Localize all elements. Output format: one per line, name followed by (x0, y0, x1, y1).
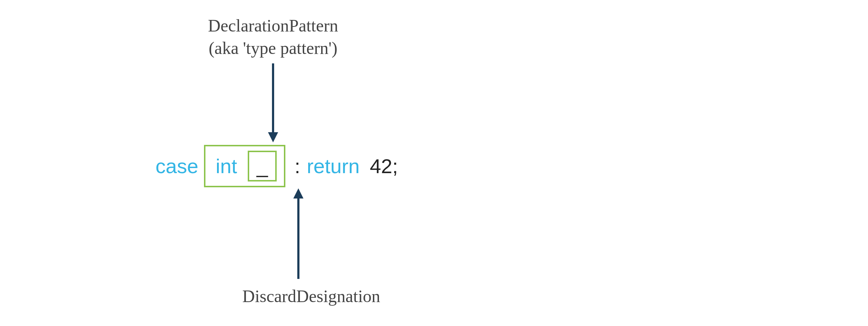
annotation-line2: (aka 'type pattern') (174, 37, 373, 59)
discard-underscore: _ (256, 154, 268, 178)
literal-value: 42; (370, 154, 398, 178)
svg-marker-2 (293, 188, 303, 198)
code-expression: case int _ : return 42; (156, 145, 398, 187)
keyword-case: case (156, 154, 198, 178)
keyword-int: int (216, 154, 237, 178)
annotation-discard-designation: DiscardDesignation (242, 286, 380, 306)
arrow-up-icon (291, 188, 306, 279)
svg-marker-1 (268, 132, 278, 142)
annotation-line1: DeclarationPattern (174, 14, 373, 37)
keyword-return: return (307, 154, 359, 178)
declaration-pattern-box: int _ (204, 145, 285, 187)
arrow-down-icon (266, 63, 280, 143)
annotation-declaration-pattern: DeclarationPattern (aka 'type pattern') (174, 14, 373, 60)
colon-token: : (295, 154, 301, 178)
discard-designation-box: _ (248, 151, 276, 181)
